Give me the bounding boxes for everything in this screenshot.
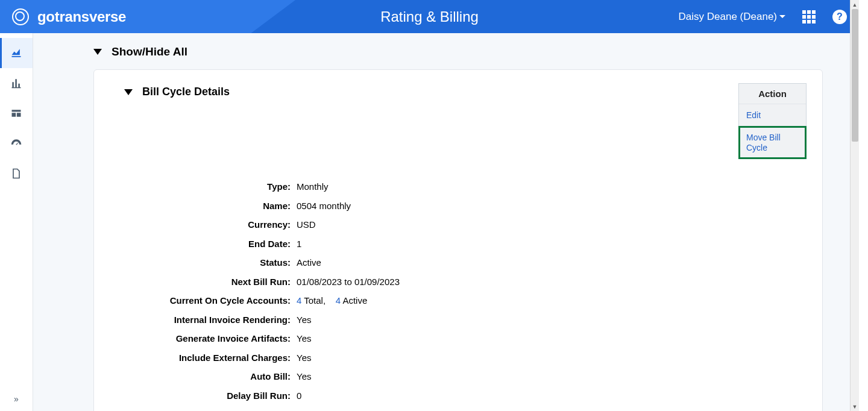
field-name: Name: 0504 monthly [140,200,807,212]
area-chart-icon [10,47,22,59]
user-menu[interactable]: Daisy Deane (Deane) [679,11,785,23]
logo-icon [12,8,29,25]
field-value: Yes [297,314,311,326]
field-label: Internal Invoice Rendering: [140,314,297,326]
field-label: Delay Bill Run: [140,390,297,402]
field-label: Include External Charges: [140,352,297,364]
field-label: Account Category: [140,409,297,411]
app-body: » Show/Hide All Bill Cycle Details Actio… [0,33,859,411]
field-on-cycle-accounts: Current On Cycle Accounts: 4 Total, 4 Ac… [140,295,807,307]
field-delay-bill-run: Delay Bill Run: 0 [140,390,807,402]
gauge-icon [10,137,22,149]
bar-chart-icon [10,77,22,89]
field-value: USD [297,219,316,231]
field-label: Generate Invoice Artifacts: [140,333,297,345]
section-toggle[interactable]: Bill Cycle Details [110,83,230,98]
field-status: Status: Active [140,257,807,269]
sidebar-item-table[interactable] [0,98,33,128]
on-cycle-active-link[interactable]: 4 [336,295,341,306]
field-type: Type: Monthly [140,181,807,193]
apps-grid-icon[interactable] [802,10,816,24]
field-value: Yes [297,333,311,345]
action-panel-header: Action [739,84,806,104]
field-value: 4 Total, 4 Active [297,295,367,307]
field-label: Auto Bill: [140,371,297,383]
main-content: Show/Hide All Bill Cycle Details Action … [33,33,859,411]
action-edit[interactable]: Edit [739,104,806,127]
action-move-bill-cycle[interactable]: Move Bill Cycle [739,127,806,159]
header-right: Daisy Deane (Deane) ? [679,10,859,24]
sidebar-item-document[interactable] [0,158,33,189]
field-label: End Date: [140,238,297,250]
sidebar-expand[interactable]: » [0,387,33,411]
section-header: Bill Cycle Details Action Edit Move Bill… [110,83,807,159]
sidebar-item-bar-chart[interactable] [0,68,33,98]
field-label: Type: [140,181,297,193]
field-next-bill-run: Next Bill Run: 01/08/2023 to 01/09/2023 [140,276,807,288]
scroll-down-arrow-icon[interactable]: ▼ [851,402,859,411]
chevron-down-icon [779,15,785,18]
field-label: Current On Cycle Accounts: [140,295,297,307]
field-auto-bill: Auto Bill: Yes [140,371,807,383]
details-list: Type: Monthly Name: 0504 monthly Currenc… [110,181,807,411]
field-end-date: End Date: 1 [140,238,807,250]
app-viewport: gotransverse Rating & Billing Daisy Dean… [0,0,859,411]
header-left: gotransverse [0,0,126,33]
page-title: Rating & Billing [380,8,479,25]
field-label: Name: [140,200,297,212]
field-label: Status: [140,257,297,269]
field-value: 1 [297,238,301,250]
field-label: Next Bill Run: [140,276,297,288]
field-value: 01/08/2023 to 01/09/2023 [297,276,400,288]
sidebar-item-dashboard[interactable] [0,128,33,158]
show-hide-all-toggle[interactable]: Show/Hide All [93,45,823,58]
field-value: Yes [297,352,311,364]
field-account-category: Account Category: All Accounts [140,409,807,411]
sidebar: » [0,33,33,411]
field-internal-invoice-rendering: Internal Invoice Rendering: Yes [140,314,807,326]
details-card: Bill Cycle Details Action Edit Move Bill… [93,69,823,411]
document-icon [10,168,22,180]
field-value: Monthly [297,181,329,193]
scroll-up-arrow-icon[interactable]: ▲ [851,0,859,9]
show-hide-all-label: Show/Hide All [112,45,187,58]
on-cycle-active-text: Active [341,295,367,306]
field-value: All Accounts [297,409,346,411]
action-panel: Action Edit Move Bill Cycle [738,83,807,159]
field-value: 0 [297,390,301,402]
field-currency: Currency: USD [140,219,807,231]
collapse-triangle-icon [93,49,102,55]
field-generate-invoice-artifacts: Generate Invoice Artifacts: Yes [140,333,807,345]
field-include-external-charges: Include External Charges: Yes [140,352,807,364]
browser-scrollbar[interactable]: ▲ ▼ [850,0,859,411]
brand-name: gotransverse [37,8,126,25]
collapse-triangle-icon [124,89,133,95]
field-value: Active [297,257,321,269]
field-value: Yes [297,371,311,383]
table-icon [10,107,22,119]
field-label: Currency: [140,219,297,231]
section-title: Bill Cycle Details [142,86,230,98]
user-name: Daisy Deane (Deane) [679,11,777,23]
sidebar-item-area-chart[interactable] [0,38,33,68]
app-header: gotransverse Rating & Billing Daisy Dean… [0,0,859,33]
scroll-thumb[interactable] [852,9,858,142]
field-value: 0504 monthly [297,200,351,212]
on-cycle-total-text: Total, [301,295,326,306]
chevron-double-right-icon: » [14,394,19,404]
help-icon[interactable]: ? [832,10,847,24]
